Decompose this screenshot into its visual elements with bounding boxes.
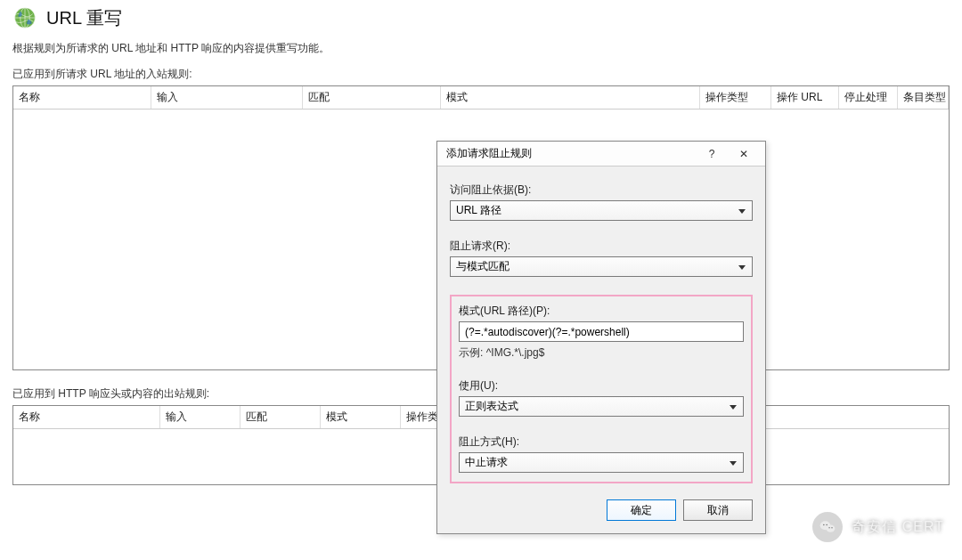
column-header[interactable]: 输入 bbox=[151, 86, 302, 109]
column-header[interactable]: 模式 bbox=[441, 86, 700, 109]
block-basis-select[interactable]: URL 路径 bbox=[450, 200, 753, 221]
using-value: 正则表达式 bbox=[465, 399, 518, 414]
cancel-button[interactable]: 取消 bbox=[683, 499, 753, 521]
block-request-label: 阻止请求(R): bbox=[450, 239, 753, 254]
using-select[interactable]: 正则表达式 bbox=[459, 396, 744, 417]
column-header[interactable]: 模式 bbox=[321, 406, 401, 428]
help-icon[interactable]: ? bbox=[696, 144, 728, 164]
column-header[interactable]: 匹配 bbox=[303, 86, 441, 109]
svg-point-7 bbox=[829, 527, 831, 529]
block-basis-value: URL 路径 bbox=[456, 203, 501, 218]
column-header[interactable]: 匹配 bbox=[240, 406, 321, 428]
svg-point-5 bbox=[823, 524, 825, 526]
globe-icon bbox=[12, 5, 37, 30]
add-block-rule-dialog: 添加请求阻止规则 ? ✕ 访问阻止依据(B): URL 路径 阻止请求(R): … bbox=[436, 141, 766, 534]
column-header[interactable]: 输入 bbox=[160, 406, 240, 428]
column-header[interactable]: 名称 bbox=[13, 406, 160, 428]
dialog-title: 添加请求阻止规则 bbox=[446, 146, 696, 161]
page-description: 根据规则为所请求的 URL 地址和 HTTP 响应的内容提供重写功能。 bbox=[0, 30, 962, 60]
close-icon[interactable]: ✕ bbox=[728, 144, 760, 164]
pattern-input[interactable] bbox=[459, 321, 744, 342]
block-method-value: 中止请求 bbox=[465, 455, 508, 470]
block-request-select[interactable]: 与模式匹配 bbox=[450, 256, 753, 277]
pattern-highlight-box: 模式(URL 路径)(P): 示例: ^IMG.*\.jpg$ 使用(U): 正… bbox=[450, 295, 753, 483]
block-method-select[interactable]: 中止请求 bbox=[459, 452, 744, 473]
column-header[interactable]: 名称 bbox=[13, 86, 151, 109]
page-title: URL 重写 bbox=[46, 6, 122, 30]
dialog-titlebar[interactable]: 添加请求阻止规则 ? ✕ bbox=[437, 142, 765, 166]
ok-button[interactable]: 确定 bbox=[607, 499, 676, 521]
block-basis-label: 访问阻止依据(B): bbox=[450, 183, 753, 198]
block-method-label: 阻止方式(H): bbox=[459, 434, 744, 450]
svg-point-8 bbox=[832, 527, 834, 529]
column-header[interactable]: 操作 URL bbox=[771, 86, 839, 109]
pattern-example: 示例: ^IMG.*\.jpg$ bbox=[459, 345, 744, 361]
svg-point-6 bbox=[827, 524, 828, 526]
watermark: 奇安信 CERT bbox=[812, 512, 944, 542]
pattern-label: 模式(URL 路径)(P): bbox=[459, 304, 744, 319]
using-label: 使用(U): bbox=[459, 378, 744, 394]
column-header[interactable]: 停止处理 bbox=[839, 86, 898, 109]
column-header[interactable]: 条目类型 bbox=[898, 86, 949, 109]
inbound-rules-label: 已应用到所请求 URL 地址的入站规则: bbox=[0, 60, 962, 84]
svg-point-4 bbox=[827, 525, 836, 532]
watermark-text: 奇安信 CERT bbox=[852, 518, 944, 537]
block-request-value: 与模式匹配 bbox=[456, 259, 510, 274]
wechat-icon bbox=[812, 512, 843, 542]
column-header[interactable]: 操作类型 bbox=[700, 86, 771, 109]
